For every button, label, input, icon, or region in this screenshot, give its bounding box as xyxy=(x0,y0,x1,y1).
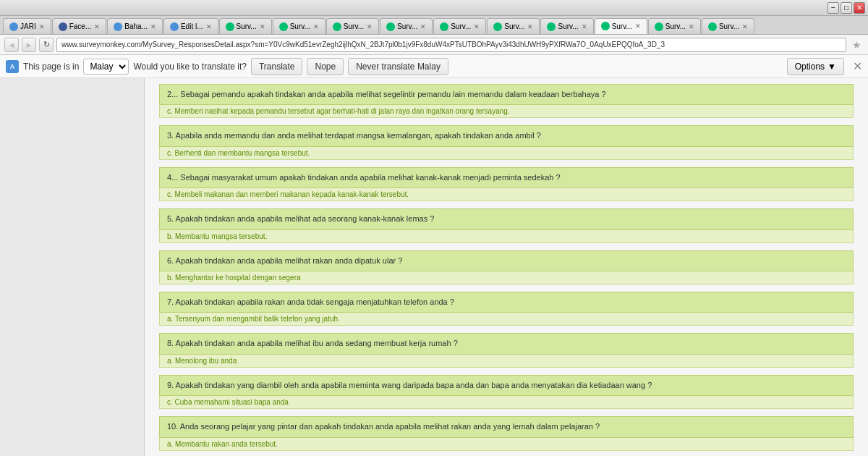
tab-label-1: Face... xyxy=(69,22,92,30)
forward-button[interactable]: ► xyxy=(22,38,36,52)
question-block-3: 5. Apakah tindakan anda apabila melihat … xyxy=(159,208,854,242)
bookmark-icon[interactable]: ★ xyxy=(852,39,864,51)
question-block-8: 10. Anda seorang pelajar yang pintar dan… xyxy=(159,416,854,450)
tab-bar: JARI✕Face...✕Baha...✕Edit l...✕Surv...✕S… xyxy=(0,16,868,35)
tab-2[interactable]: Baha...✕ xyxy=(107,18,163,34)
translate-button[interactable]: Translate xyxy=(251,58,303,75)
tab-close-8[interactable]: ✕ xyxy=(474,23,480,30)
tab-favicon-2 xyxy=(114,22,122,31)
tab-label-0: JARI xyxy=(20,22,36,30)
tab-label-7: Surv... xyxy=(397,22,417,30)
question-text-6: 8. Apakah tindakan anda apabila melihat … xyxy=(159,333,854,354)
tab-label-2: Baha... xyxy=(124,22,148,30)
answer-text-8: a. Membantu rakan anda tersebut. xyxy=(159,438,854,451)
question-text-1: 3. Apabila anda memandu dan anda melihat… xyxy=(159,125,854,146)
tab-label-13: Surv... xyxy=(719,22,739,30)
tab-1[interactable]: Face...✕ xyxy=(52,18,107,34)
tab-8[interactable]: Surv...✕ xyxy=(433,18,486,34)
refresh-button[interactable]: ↻ xyxy=(39,38,54,52)
question-text-4: 6. Apakah tindakan anda apabila melihat … xyxy=(159,250,854,271)
sidebar xyxy=(0,78,145,456)
tab-label-3: Edit l... xyxy=(181,22,203,30)
translate-icon: A xyxy=(6,60,19,73)
address-bar[interactable]: www.surveymonkey.com/MySurvey_ResponsesD… xyxy=(56,38,846,52)
tab-favicon-5 xyxy=(279,22,288,31)
answer-text-3: b. Membantu mangsa tersebut. xyxy=(159,230,854,243)
tab-12[interactable]: Surv...✕ xyxy=(648,18,701,34)
close-button[interactable]: ✕ xyxy=(854,2,865,14)
content-area[interactable]: 2... Sebagai pemandu apakah tindakan and… xyxy=(145,78,868,456)
language-select[interactable]: Malay xyxy=(83,59,129,75)
tab-close-6[interactable]: ✕ xyxy=(367,23,373,30)
question-text-5: 7. Apakah tindakan apabila rakan anda ti… xyxy=(159,292,854,313)
tab-close-11[interactable]: ✕ xyxy=(635,22,641,30)
tab-label-9: Surv... xyxy=(504,22,524,30)
page-is-in-label: This page is in xyxy=(23,62,79,72)
tab-close-12[interactable]: ✕ xyxy=(689,23,694,30)
options-button[interactable]: Options ▼ xyxy=(787,58,844,75)
tab-6[interactable]: Surv...✕ xyxy=(326,18,379,34)
tab-close-4[interactable]: ✕ xyxy=(260,23,265,30)
options-chevron-icon: ▼ xyxy=(827,62,836,72)
maximize-button[interactable]: □ xyxy=(841,2,852,14)
tab-13[interactable]: Surv...✕ xyxy=(702,18,754,34)
minimize-button[interactable]: − xyxy=(827,2,839,14)
tab-favicon-3 xyxy=(170,22,179,31)
tab-favicon-12 xyxy=(655,22,663,31)
tab-0[interactable]: JARI✕ xyxy=(3,18,51,34)
answer-text-6: a. Menolong ibu anda xyxy=(159,355,854,368)
tab-5[interactable]: Surv...✕ xyxy=(273,18,326,34)
tab-close-0[interactable]: ✕ xyxy=(39,23,45,30)
tab-7[interactable]: Surv...✕ xyxy=(380,18,433,34)
tab-label-6: Surv... xyxy=(344,22,364,30)
question-block-7: 9. Apakah tindakan yang diambil oleh and… xyxy=(159,375,854,409)
tab-11[interactable]: Surv...✕ xyxy=(595,18,647,34)
question-text-2: 4... Sebagai masyarakat umum apakah tind… xyxy=(159,167,854,188)
tab-favicon-6 xyxy=(333,22,341,31)
tab-close-10[interactable]: ✕ xyxy=(582,23,587,30)
translate-question-label: Would you like to translate it? xyxy=(133,62,247,72)
nope-button[interactable]: Nope xyxy=(307,58,344,75)
tab-favicon-7 xyxy=(386,22,395,31)
question-text-3: 5. Apakah tindakan anda apabila melihat … xyxy=(159,208,854,229)
options-label: Options xyxy=(795,62,825,72)
question-text-0: 2... Sebagai pemandu apakah tindakan and… xyxy=(159,84,854,105)
answer-text-7: c. Cuba memahami situasi bapa anda xyxy=(159,396,854,409)
tab-label-12: Surv... xyxy=(665,22,686,30)
question-block-4: 6. Apakah tindakan anda apabila melihat … xyxy=(159,250,854,284)
tab-favicon-9 xyxy=(493,22,502,31)
tab-favicon-0 xyxy=(9,22,18,31)
answer-text-4: b. Menghantar ke hospital dengan segera xyxy=(159,271,854,284)
answer-text-2: c. Membeli makanan dan memberi makanan k… xyxy=(159,188,854,201)
tab-close-5[interactable]: ✕ xyxy=(313,23,319,30)
tab-close-9[interactable]: ✕ xyxy=(527,23,533,30)
close-translate-icon[interactable]: ✕ xyxy=(853,59,862,73)
never-translate-button[interactable]: Never translate Malay xyxy=(348,58,448,75)
question-block-0: 2... Sebagai pemandu apakah tindakan and… xyxy=(159,84,854,118)
address-text: www.surveymonkey.com/MySurvey_ResponsesD… xyxy=(61,41,665,48)
tab-label-4: Surv... xyxy=(237,22,257,30)
tab-favicon-11 xyxy=(601,22,610,30)
tab-close-3[interactable]: ✕ xyxy=(206,23,212,30)
tab-10[interactable]: Surv...✕ xyxy=(540,18,593,34)
tab-4[interactable]: Surv...✕ xyxy=(219,18,272,34)
question-text-7: 9. Apakah tindakan yang diambil oleh and… xyxy=(159,375,854,396)
tab-close-13[interactable]: ✕ xyxy=(742,23,748,30)
tab-label-11: Surv... xyxy=(612,22,632,30)
tab-label-8: Surv... xyxy=(451,22,471,30)
question-block-1: 3. Apabila anda memandu dan anda melihat… xyxy=(159,125,854,159)
tab-3[interactable]: Edit l...✕ xyxy=(163,18,218,34)
back-button[interactable]: ◄ xyxy=(4,38,19,52)
tab-favicon-13 xyxy=(708,22,717,31)
tab-9[interactable]: Surv...✕ xyxy=(487,18,540,34)
question-text-8: 10. Anda seorang pelajar yang pintar dan… xyxy=(159,416,854,437)
tab-close-1[interactable]: ✕ xyxy=(94,23,100,30)
answer-text-0: c. Memberi nasihat kepada pemandu terseb… xyxy=(159,105,854,118)
nav-bar: ◄ ► ↻ www.surveymonkey.com/MySurvey_Resp… xyxy=(0,35,868,55)
tab-favicon-10 xyxy=(547,22,556,31)
tab-label-10: Surv... xyxy=(558,22,578,30)
tab-close-2[interactable]: ✕ xyxy=(150,23,156,30)
question-block-6: 8. Apakah tindakan anda apabila melihat … xyxy=(159,333,854,367)
tab-favicon-4 xyxy=(226,22,234,31)
tab-close-7[interactable]: ✕ xyxy=(420,23,426,30)
